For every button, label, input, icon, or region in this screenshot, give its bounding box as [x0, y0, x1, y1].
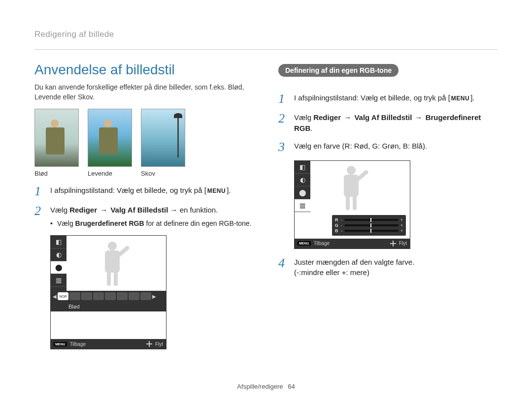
- step-number: 2: [34, 205, 44, 228]
- cam-side-icon: ◐: [51, 248, 66, 261]
- right-step-1: 1 I afspilningstilstand: Vælg et billede…: [278, 93, 498, 105]
- thumb-vivid-label: Levende: [88, 170, 132, 177]
- camera-ui-styles: ◧ ◐ ⬤ ▥ ◀ NOR ▶: [50, 235, 166, 349]
- step-number: 4: [278, 257, 288, 278]
- rgb-b-label: B: [335, 228, 339, 233]
- arrow-icon: →: [97, 206, 110, 214]
- menu-icon: MENU: [206, 187, 227, 195]
- section-pill: Definering af din egen RGB-tone: [278, 64, 399, 77]
- step-text: I afspilningstilstand: Vælg et billede, …: [50, 186, 206, 194]
- step-text-end: ].: [470, 93, 474, 102]
- cam-chip: [129, 292, 139, 300]
- cam-chip: [81, 292, 92, 300]
- cam-side-icon: ◐: [295, 174, 310, 186]
- left-step-1: 1 I afspilningstilstand: Vælg et billede…: [34, 185, 254, 198]
- step-number: 1: [34, 185, 44, 198]
- intro-text: Du kan anvende forskellige effekter på d…: [34, 83, 254, 102]
- footer-page-number: 64: [288, 383, 295, 390]
- left-step-2: 2 Vælg Rediger → Valg Af Billedstil → en…: [34, 205, 254, 228]
- cam-move-label: Flyt: [399, 241, 407, 246]
- rgb-g-label: G: [335, 223, 339, 228]
- page-footer: Afspille/redigere 64: [0, 383, 532, 390]
- thumb-forest-label: Skov: [141, 170, 185, 177]
- thumb-soft-label: Blød: [34, 170, 79, 177]
- cam-side-icon-selected: ⬤: [51, 261, 66, 274]
- step-text-end: ].: [227, 186, 231, 194]
- cam-chip: NOR: [58, 292, 68, 300]
- right-step-2: 2 Vælg Rediger → Valg Af Billedstil → Br…: [278, 112, 498, 134]
- step-number: 2: [278, 112, 288, 134]
- cam-back-label: Tilbage: [314, 241, 330, 246]
- cam-side-icon: ▥: [51, 274, 66, 287]
- menu-icon: MENU: [450, 94, 470, 103]
- step-text: Vælg en farve (R: Rød, G: Grøn, B: Blå).: [294, 141, 498, 154]
- right-step-3: 3 Vælg en farve (R: Rød, G: Grøn, B: Blå…: [278, 141, 498, 154]
- right-column: Definering af din egen RGB-tone 1 I afsp…: [278, 64, 498, 349]
- thumb-forest: [141, 109, 185, 167]
- cam-style-strip: ◀ NOR ▶: [51, 291, 166, 302]
- nav-icon: [390, 241, 396, 247]
- step-bold: Rediger: [313, 113, 341, 122]
- nav-icon: [146, 341, 152, 347]
- cam-side-icon: ◧: [51, 236, 66, 248]
- step-text: (-:mindre eller +: mere): [294, 267, 498, 278]
- cam-chip: [140, 292, 151, 300]
- cam-footer: MENU Tilbage Flyt: [51, 339, 166, 349]
- arrow-icon: →: [341, 113, 354, 122]
- breadcrumb: Redigering af billede: [34, 30, 498, 50]
- camera-ui-rgb: ◧ ◐ ⬤ ▥ R-+ G-+ B-+ MENU Tilbage: [294, 160, 410, 249]
- cam-footer: MENU Tilbage Flyt: [295, 239, 410, 248]
- style-thumbnails: Blød Levende Skov: [34, 109, 254, 177]
- cam-side-icon-selected: ▥: [295, 199, 310, 212]
- rgb-g-slider: [344, 224, 399, 226]
- step-number: 1: [278, 93, 288, 105]
- step-bold: Valg Af Billedstil: [354, 113, 412, 122]
- cam-side-icon: ⬤: [295, 186, 310, 199]
- cam-chip: [105, 292, 116, 300]
- cam-side-icon: ◧: [295, 161, 310, 174]
- left-column: Anvendelse af billedstil Du kan anvende …: [34, 62, 254, 349]
- arrow-icon: →: [412, 113, 425, 122]
- rgb-adjust-box: R-+ G-+ B-+: [332, 215, 406, 236]
- rgb-r-label: R: [335, 217, 339, 222]
- cam-back-label: Tilbage: [70, 341, 86, 347]
- cam-chip: [69, 292, 80, 300]
- cam-move-label: Flyt: [155, 341, 163, 347]
- menu-tag-icon: MENU: [298, 241, 311, 246]
- step-number: 3: [278, 141, 288, 154]
- step-text: Juster mængden af den valgte farve.: [294, 257, 498, 268]
- cam-style-label: Blød: [51, 302, 166, 311]
- rgb-b-slider: [344, 230, 399, 232]
- step-text: Vælg: [50, 206, 69, 214]
- cam-chip: [117, 292, 128, 300]
- right-step-4: 4 Juster mængden af den valgte farve. (-…: [278, 257, 498, 278]
- step-text: → en funktion.: [168, 206, 218, 214]
- step-text: I afspilningstilstand: Vælg et billede, …: [294, 93, 450, 102]
- footer-section: Afspille/redigere: [237, 383, 283, 390]
- thumb-soft: [34, 109, 79, 167]
- menu-tag-icon: MENU: [54, 342, 67, 346]
- rgb-r-slider: [344, 219, 399, 221]
- step-text: Vælg: [294, 113, 313, 122]
- step-subbullet: Vælg Brugerdefineret RGB for at definere…: [50, 218, 254, 228]
- step-text: .: [310, 124, 312, 132]
- step-bold: Rediger: [69, 206, 97, 214]
- cam-chip: [93, 292, 104, 300]
- page-title: Anvendelse af billedstil: [34, 62, 254, 78]
- step-bold: Valg Af Billedstil: [110, 206, 168, 214]
- thumb-vivid: [88, 109, 132, 167]
